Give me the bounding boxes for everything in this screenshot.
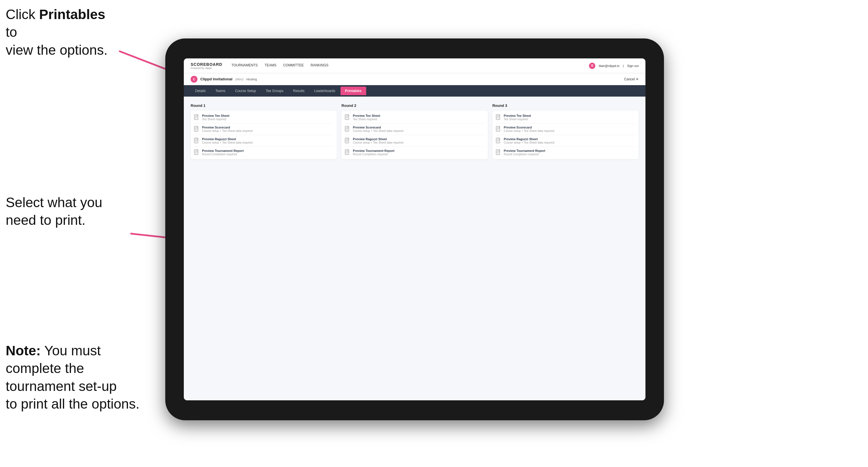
user-avatar: B	[589, 63, 595, 69]
doc-icon-7	[345, 137, 350, 143]
doc-icon-3	[194, 137, 199, 143]
cancel-button[interactable]: Cancel ✕	[624, 77, 639, 81]
user-email: blair@clippd.io	[599, 64, 619, 67]
round-1-raguzzi-text: Preview Raguzzi Sheet Course setup + Tee…	[202, 137, 333, 144]
separator: |	[623, 64, 624, 67]
round-2-scorecard[interactable]: Preview Scorecard Course setup + Tee She…	[345, 123, 484, 135]
round-2-section: Round 2 Preview Tee Sheet Tee Sheet requ…	[341, 103, 488, 159]
tournament-name: Clippd Invitational	[200, 77, 232, 81]
svg-rect-5	[194, 126, 198, 131]
svg-rect-6	[194, 138, 198, 143]
doc-icon	[194, 114, 199, 120]
doc-icon-6	[345, 126, 350, 132]
printables-bold: Printables	[39, 7, 105, 22]
round-2-scorecard-sub: Course setup + Tee Sheet data required	[353, 129, 484, 132]
doc-icon-12	[496, 149, 501, 155]
round-1-tee-title: Preview Tee Sheet	[202, 114, 333, 117]
round-1-tournament-report[interactable]: Preview Tournament Report Round Completi…	[194, 147, 333, 156]
round-1-tee-sheet[interactable]: Preview Tee Sheet Tee Sheet required	[194, 114, 333, 123]
annotation-bottom: Note: You mustcomplete thetournament set…	[6, 342, 143, 413]
round-3-tee-text: Preview Tee Sheet Tee Sheet required	[504, 114, 635, 121]
annotation-top: Click Printables toview the options.	[6, 6, 114, 59]
main-content: Round 1 Preview Tee Sheet Tee Sheet requ…	[184, 97, 646, 400]
svg-rect-10	[345, 138, 349, 143]
round-3-raguzzi[interactable]: Preview Raguzzi Sheet Course setup + Tee…	[496, 135, 635, 147]
round-1-scorecard-sub: Course setup + Tee Sheet data required	[202, 129, 333, 132]
tab-results[interactable]: Results	[288, 87, 309, 95]
tab-tee-groups[interactable]: Tee Groups	[261, 87, 288, 95]
tournament-logo: C	[191, 76, 197, 83]
tablet-device: SCOREBOARD Powered by clippd TOURNAMENTS…	[165, 38, 664, 420]
round-2-report-title: Preview Tournament Report	[353, 149, 484, 152]
round-2-raguzzi-sub: Course setup + Tee Sheet data required	[353, 141, 484, 144]
tab-printables[interactable]: Printables	[341, 87, 366, 95]
round-1-title: Round 1	[191, 103, 337, 108]
tournament-status: Hosting	[246, 77, 257, 81]
tab-leaderboards[interactable]: Leaderboards	[309, 87, 340, 95]
round-3-scorecard-sub: Course setup + Tee Sheet data required	[504, 129, 635, 132]
round-1-scorecard-title: Preview Scorecard	[202, 126, 333, 129]
round-1-tee-sub: Tee Sheet required	[202, 118, 333, 121]
round-3-tee-title: Preview Tee Sheet	[504, 114, 635, 117]
tab-details[interactable]: Details	[191, 87, 210, 95]
round-2-tournament-report[interactable]: Preview Tournament Report Round Completi…	[345, 147, 484, 156]
round-3-report-sub: Round Completion required	[504, 153, 635, 156]
nav-teams[interactable]: TEAMS	[265, 63, 276, 68]
doc-icon-2	[194, 126, 199, 132]
round-1-report-title: Preview Tournament Report	[202, 149, 333, 152]
tab-bar: Details Teams Course Setup Tee Groups Re…	[184, 85, 646, 97]
doc-icon-11	[496, 137, 501, 143]
round-3-report-title: Preview Tournament Report	[504, 149, 635, 152]
annotation-middle: Select what youneed to print.	[6, 194, 128, 229]
svg-rect-15	[496, 150, 500, 155]
nav-rankings[interactable]: RANKINGS	[311, 63, 329, 68]
round-1-raguzzi-title: Preview Raguzzi Sheet	[202, 137, 333, 141]
logo-title: SCOREBOARD	[191, 62, 222, 67]
round-2-card: Preview Tee Sheet Tee Sheet required	[341, 111, 488, 159]
round-3-section: Round 3 Preview Tee Sheet Tee Sheet requ…	[492, 103, 639, 159]
nav-links: TOURNAMENTS TEAMS COMMITTEE RANKINGS	[231, 63, 328, 68]
round-3-report-text: Preview Tournament Report Round Completi…	[504, 149, 635, 156]
tournament-info: C Clippd Invitational (Men) Hosting	[191, 76, 257, 83]
logo-sub: Powered by clippd	[191, 67, 222, 69]
nav-tournaments[interactable]: TOURNAMENTS	[231, 63, 258, 68]
doc-icon-4	[194, 149, 199, 155]
svg-rect-8	[345, 115, 349, 120]
round-1-scorecard[interactable]: Preview Scorecard Course setup + Tee She…	[194, 123, 333, 135]
round-3-scorecard[interactable]: Preview Scorecard Course setup + Tee She…	[496, 123, 635, 135]
round-3-tournament-report[interactable]: Preview Tournament Report Round Completi…	[496, 147, 635, 156]
svg-rect-4	[194, 115, 198, 120]
round-1-card: Preview Tee Sheet Tee Sheet required	[191, 111, 337, 159]
nav-right: B blair@clippd.io | Sign out	[589, 63, 639, 69]
tablet-screen: SCOREBOARD Powered by clippd TOURNAMENTS…	[184, 58, 646, 400]
round-1-raguzzi-sub: Course setup + Tee Sheet data required	[202, 141, 333, 144]
round-3-title: Round 3	[492, 103, 639, 108]
nav-left: SCOREBOARD Powered by clippd TOURNAMENTS…	[191, 62, 329, 69]
round-3-card: Preview Tee Sheet Tee Sheet required	[492, 111, 639, 159]
round-2-report-sub: Round Completion required	[353, 153, 484, 156]
doc-icon-8	[345, 149, 350, 155]
doc-icon-10	[496, 126, 501, 132]
sign-out-link[interactable]: Sign out	[627, 64, 639, 67]
round-2-raguzzi-title: Preview Raguzzi Sheet	[353, 137, 484, 141]
round-3-tee-sub: Tee Sheet required	[504, 118, 635, 121]
round-2-raguzzi[interactable]: Preview Raguzzi Sheet Course setup + Tee…	[345, 135, 484, 147]
round-2-tee-sub: Tee Sheet required	[353, 118, 484, 121]
round-2-tee-sheet[interactable]: Preview Tee Sheet Tee Sheet required	[345, 114, 484, 123]
round-3-tee-sheet[interactable]: Preview Tee Sheet Tee Sheet required	[496, 114, 635, 123]
nav-committee[interactable]: COMMITTEE	[283, 63, 304, 68]
round-1-raguzzi[interactable]: Preview Raguzzi Sheet Course setup + Tee…	[194, 135, 333, 147]
top-nav: SCOREBOARD Powered by clippd TOURNAMENTS…	[184, 58, 646, 73]
round-3-scorecard-text: Preview Scorecard Course setup + Tee She…	[504, 126, 635, 132]
doc-icon-9	[496, 114, 501, 120]
svg-rect-12	[496, 115, 500, 120]
tab-course-setup[interactable]: Course Setup	[230, 87, 260, 95]
round-2-scorecard-text: Preview Scorecard Course setup + Tee She…	[353, 126, 484, 132]
logo-area: SCOREBOARD Powered by clippd	[191, 62, 222, 69]
round-2-title: Round 2	[341, 103, 488, 108]
round-2-tee-title: Preview Tee Sheet	[353, 114, 484, 117]
round-1-report-text: Preview Tournament Report Round Completi…	[202, 149, 333, 156]
round-1-section: Round 1 Preview Tee Sheet Tee Sheet requ…	[191, 103, 337, 159]
tab-teams[interactable]: Teams	[211, 87, 230, 95]
round-2-raguzzi-text: Preview Raguzzi Sheet Course setup + Tee…	[353, 137, 484, 144]
